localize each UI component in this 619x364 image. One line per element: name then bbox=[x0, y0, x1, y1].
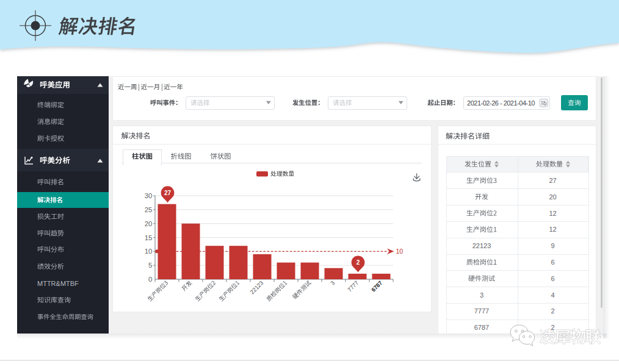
svg-text:6787: 6787 bbox=[370, 279, 384, 293]
svg-text:15: 15 bbox=[145, 234, 153, 241]
svg-text:4: 4 bbox=[551, 291, 554, 299]
svg-text:3: 3 bbox=[480, 291, 483, 299]
svg-text:27: 27 bbox=[164, 190, 172, 196]
svg-text:6: 6 bbox=[551, 259, 554, 266]
svg-text:22123: 22123 bbox=[472, 242, 491, 249]
svg-text:2: 2 bbox=[551, 307, 554, 315]
svg-text:2021-02-26 - 2021-04-10: 2021-02-26 - 2021-04-10 bbox=[467, 99, 535, 107]
svg-text:5: 5 bbox=[148, 262, 152, 269]
svg-text:10: 10 bbox=[396, 248, 404, 255]
svg-text:6: 6 bbox=[551, 275, 554, 282]
svg-text:27: 27 bbox=[549, 177, 556, 184]
svg-text:20: 20 bbox=[145, 220, 153, 227]
svg-text:7777: 7777 bbox=[474, 307, 489, 315]
svg-text:7777: 7777 bbox=[346, 279, 360, 293]
svg-text:MTTR&MTBF: MTTR&MTBF bbox=[37, 280, 79, 287]
svg-text:25: 25 bbox=[145, 206, 153, 213]
svg-text:12: 12 bbox=[549, 226, 556, 233]
svg-text:9: 9 bbox=[551, 242, 554, 249]
svg-text:6787: 6787 bbox=[474, 324, 489, 331]
svg-text:20: 20 bbox=[549, 193, 556, 201]
svg-text:2: 2 bbox=[357, 259, 360, 266]
svg-text:30: 30 bbox=[145, 192, 153, 199]
svg-text:22123: 22123 bbox=[248, 279, 264, 295]
svg-text:0: 0 bbox=[148, 276, 152, 283]
svg-text:3: 3 bbox=[329, 279, 336, 286]
svg-text:12: 12 bbox=[549, 210, 556, 217]
svg-text:10: 10 bbox=[145, 248, 153, 255]
